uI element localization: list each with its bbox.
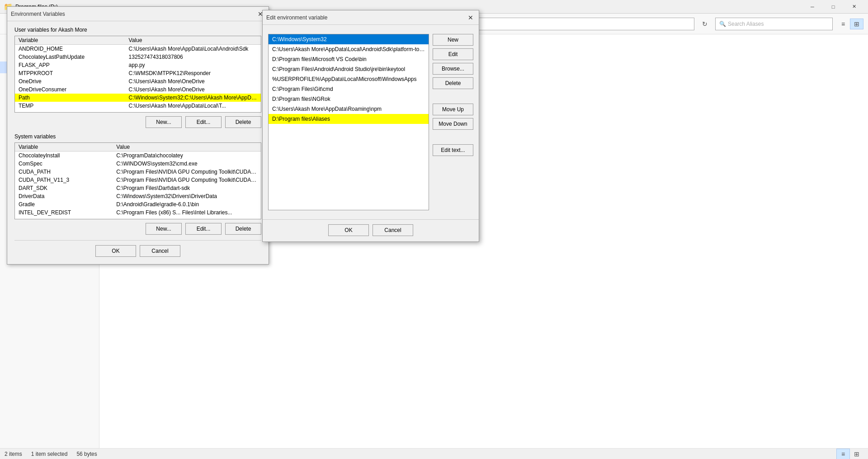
search-placeholder: Search Aliases bbox=[728, 21, 764, 27]
user-buttons-row: New... Edit... Delete bbox=[14, 116, 261, 128]
path-edit-text-button[interactable]: Edit text... bbox=[433, 144, 473, 156]
var-value: C:\WMSDK\MTPPK12\Responder bbox=[125, 69, 261, 77]
sys-var-value: C:\Program Files\NVIDIA GPU Computing To… bbox=[113, 176, 261, 184]
edit-dialog-content: C:\Windows\System32C:\Users\Akash More\A… bbox=[268, 30, 473, 214]
side-buttons: New Edit Browse... Delete Move Up Move D… bbox=[433, 30, 473, 214]
path-list-item[interactable]: C:\Windows\System32 bbox=[269, 34, 429, 44]
var-name: TEMP bbox=[15, 102, 125, 110]
edit-dialog-titlebar: Edit environment variable ✕ bbox=[263, 10, 479, 25]
user-var-row[interactable]: FLASK_APPapp.py bbox=[15, 61, 261, 69]
edit-dialog-body: C:\Windows\System32C:\Users\Akash More\A… bbox=[263, 25, 479, 219]
path-list-item[interactable]: %USERPROFILE%\AppData\Local\Microsoft\Wi… bbox=[269, 74, 429, 84]
var-value: C:\Users\Akash More\AppData\Local\Androi… bbox=[125, 45, 261, 53]
path-list-item[interactable]: C:\Program Files\Git\cmd bbox=[269, 84, 429, 94]
sys-var-name: INTEL_DEV_REDIST bbox=[15, 208, 113, 217]
var-value: C:\Users\Akash More\OneDrive bbox=[125, 77, 261, 85]
sys-var-value: C:\Program Files (x86) S... Files\Intel … bbox=[113, 208, 261, 217]
var-name: OneDrive bbox=[15, 77, 125, 85]
env-dialog-footer: OK Cancel bbox=[14, 240, 261, 259]
path-move-down-button[interactable]: Move Down bbox=[433, 118, 473, 130]
path-list-item[interactable]: D:\Program files\NGRok bbox=[269, 94, 429, 104]
edit-cancel-button[interactable]: Cancel bbox=[373, 224, 413, 236]
sys-var-row[interactable]: ComSpecC:\WINDOWS\system32\cmd.exe bbox=[15, 160, 261, 168]
user-var-row[interactable]: TEMPC:\Users\Akash More\AppData\Local\T.… bbox=[15, 102, 261, 110]
user-edit-button[interactable]: Edit... bbox=[185, 116, 222, 128]
minimize-button[interactable]: ─ bbox=[802, 0, 823, 14]
var-value: C:\Users\Akash More\AppData\Local\T... bbox=[125, 102, 261, 110]
path-list[interactable]: C:\Windows\System32C:\Users\Akash More\A… bbox=[268, 34, 429, 210]
item-count: 2 items bbox=[5, 451, 22, 457]
user-var-row[interactable]: MTPPKROOTC:\WMSDK\MTPPK12\Responder bbox=[15, 69, 261, 77]
system-new-button[interactable]: New... bbox=[146, 223, 182, 235]
list-view-button[interactable]: ≡ bbox=[836, 19, 850, 29]
sys-var-name: CUDA_PATH_V11_3 bbox=[15, 176, 113, 184]
edit-dialog-close[interactable]: ✕ bbox=[466, 13, 475, 22]
system-variables-table[interactable]: Variable Value ChocolateyInstallC:\Progr… bbox=[14, 142, 261, 219]
user-delete-button[interactable]: Delete bbox=[225, 116, 261, 128]
var-value: 132527474318037806 bbox=[125, 53, 261, 61]
sys-var-row[interactable]: DART_SDKC:\Program Files\Dart\dart-sdk bbox=[15, 184, 261, 192]
env-ok-button[interactable]: OK bbox=[95, 245, 136, 257]
sys-col-variable: Variable bbox=[15, 143, 113, 151]
user-var-row[interactable]: ChocolateyLastPathUpdate1325274743180378… bbox=[15, 53, 261, 61]
path-list-item[interactable]: C:\Users\Akash More\AppData\Local\Androi… bbox=[269, 44, 429, 54]
sys-var-name: ComSpec bbox=[15, 160, 113, 168]
view-buttons: ≡ ⊞ bbox=[836, 19, 863, 29]
system-delete-button[interactable]: Delete bbox=[225, 223, 261, 235]
system-buttons-row: New... Edit... Delete bbox=[14, 223, 261, 235]
maximize-button[interactable]: □ bbox=[823, 0, 844, 14]
sys-var-row[interactable]: GradleD:\Android\Gradle\gradle-6.0.1\bin bbox=[15, 200, 261, 208]
sys-var-value: C:\ProgramData\chocolatey bbox=[113, 151, 261, 160]
var-name: OneDriveConsumer bbox=[15, 85, 125, 94]
sys-col-value: Value bbox=[113, 143, 261, 151]
col-value: Value bbox=[125, 36, 261, 45]
user-variables-table[interactable]: Variable Value ANDROID_HOMEC:\Users\Akas… bbox=[14, 36, 261, 113]
path-list-item[interactable]: D:\Program files\Aliases bbox=[269, 114, 429, 124]
env-variables-dialog: Environment Variables ✕ User variables f… bbox=[7, 6, 269, 265]
path-list-item[interactable]: D:\Program files\Microsoft VS Code\bin bbox=[269, 54, 429, 64]
sys-var-value: C:\Program Files\Dart\dart-sdk bbox=[113, 184, 261, 192]
statusbar-grid-view[interactable]: ⊞ bbox=[850, 449, 863, 459]
path-move-up-button[interactable]: Move Up bbox=[433, 104, 473, 115]
path-list-item[interactable]: C:\Users\Akash More\AppData\Roaming\npm bbox=[269, 104, 429, 114]
col-variable: Variable bbox=[15, 36, 125, 45]
system-edit-button[interactable]: Edit... bbox=[185, 223, 222, 235]
sys-var-row[interactable]: DriverDataC:\Windows\System32\Drivers\Dr… bbox=[15, 192, 261, 200]
user-var-row[interactable]: PathC:\Windows\System32;C:\Users\Akash M… bbox=[15, 94, 261, 102]
path-browse-button[interactable]: Browse... bbox=[433, 63, 473, 75]
path-list-item[interactable]: C:\Program Files\Android\Android Studio\… bbox=[269, 64, 429, 74]
user-var-row[interactable]: ANDROID_HOMEC:\Users\Akash More\AppData\… bbox=[15, 45, 261, 53]
env-dialog-title: Environment Variables bbox=[11, 11, 65, 17]
edit-dialog-footer: OK Cancel bbox=[263, 219, 479, 241]
search-box[interactable]: 🔍 Search Aliases bbox=[715, 18, 833, 30]
user-var-row[interactable]: OneDriveConsumerC:\Users\Akash More\OneD… bbox=[15, 85, 261, 94]
window-controls: ─ □ ✕ bbox=[802, 0, 864, 14]
var-value: C:\Windows\System32;C:\Users\Akash More\… bbox=[125, 94, 261, 102]
var-name: Path bbox=[15, 94, 125, 102]
sys-var-value: D:\Android\Gradle\gradle-6.0.1\bin bbox=[113, 200, 261, 208]
user-section-label: User variables for Akash More bbox=[14, 27, 261, 33]
sys-var-row[interactable]: ChocolateyInstallC:\ProgramData\chocolat… bbox=[15, 151, 261, 160]
path-new-button[interactable]: New bbox=[433, 34, 473, 46]
explorer-close-button[interactable]: ✕ bbox=[844, 0, 864, 14]
status-bar: 2 items 1 item selected 56 bytes ≡ ⊞ bbox=[0, 448, 868, 459]
sys-var-row[interactable]: CUDA_PATHC:\Program Files\NVIDIA GPU Com… bbox=[15, 168, 261, 176]
refresh-button[interactable]: ↻ bbox=[698, 17, 712, 31]
sys-var-name: DART_SDK bbox=[15, 184, 113, 192]
var-name: ANDROID_HOME bbox=[15, 45, 125, 53]
var-name: ChocolateyLastPathUpdate bbox=[15, 53, 125, 61]
statusbar-list-view[interactable]: ≡ bbox=[836, 449, 850, 459]
edit-ok-button[interactable]: OK bbox=[328, 224, 369, 236]
sys-var-row[interactable]: INTEL_DEV_REDISTC:\Program Files (x86) S… bbox=[15, 208, 261, 217]
path-delete-button[interactable]: Delete bbox=[433, 77, 473, 89]
env-dialog-body: User variables for Akash More Variable V… bbox=[7, 21, 269, 264]
path-edit-button[interactable]: Edit bbox=[433, 48, 473, 60]
var-name: FLASK_APP bbox=[15, 61, 125, 69]
statusbar-view-buttons: ≡ ⊞ bbox=[836, 449, 863, 459]
user-new-button[interactable]: New... bbox=[146, 116, 182, 128]
env-cancel-button[interactable]: Cancel bbox=[140, 245, 180, 257]
var-value: app.py bbox=[125, 61, 261, 69]
user-var-row[interactable]: OneDriveC:\Users\Akash More\OneDrive bbox=[15, 77, 261, 85]
details-view-button[interactable]: ⊞ bbox=[850, 19, 863, 29]
sys-var-row[interactable]: CUDA_PATH_V11_3C:\Program Files\NVIDIA G… bbox=[15, 176, 261, 184]
